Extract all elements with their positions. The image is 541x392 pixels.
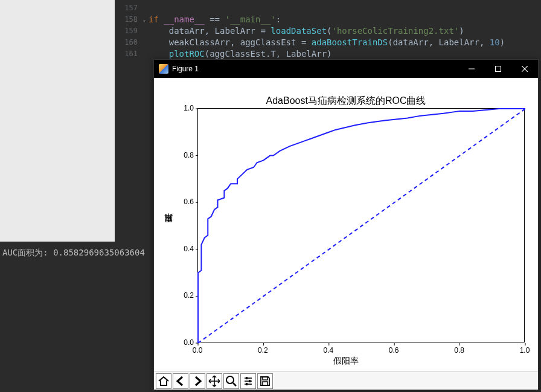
back-icon [174,374,187,388]
back-button[interactable] [173,373,188,389]
figure-window[interactable]: Figure 1 AdaBoost马疝病检测系统的ROC曲线 真阳率 假阳率 0… [153,59,539,390]
figure-canvas: AdaBoost马疝病检测系统的ROC曲线 真阳率 假阳率 0.00.20.40… [154,78,538,371]
fold-icon[interactable]: ▾ [142,15,146,27]
pan-icon [208,374,221,388]
y-tick-label: 0.6 [179,198,194,206]
forward-button[interactable] [190,373,205,389]
svg-rect-24 [263,377,267,380]
y-tick-label: 0.0 [179,338,194,347]
x-tick-label: 0.8 [454,346,464,355]
forward-icon [191,374,204,388]
zoom-icon [225,374,238,388]
pan-button[interactable] [206,373,222,389]
x-tick-label: 0.6 [389,346,399,355]
x-axis-label: 假阳率 [154,356,538,367]
svg-rect-21 [246,377,248,379]
svg-line-17 [233,383,236,386]
save-icon [258,374,272,388]
svg-rect-22 [249,380,251,382]
line-gutter: 157158▾159160161 [115,0,141,60]
svg-rect-1 [496,66,501,72]
matplotlib-icon [159,64,168,74]
project-sidebar [0,0,115,242]
svg-rect-25 [263,382,267,385]
maximize-button[interactable] [485,60,511,78]
save-button[interactable] [257,373,273,389]
close-button[interactable] [511,60,538,78]
matplotlib-toolbar [154,371,538,390]
plot-area [197,108,525,342]
diagonal-line [198,109,525,343]
y-tick-label: 1.0 [179,104,194,112]
home-button[interactable] [156,373,171,389]
x-tick-label: 0.4 [323,346,333,355]
window-titlebar[interactable]: Figure 1 [154,60,538,78]
configure-icon [242,374,255,388]
x-tick-label: 1.0 [520,346,530,355]
window-title: Figure 1 [172,65,458,73]
home-icon [157,374,170,388]
y-tick-label: 0.4 [179,245,194,253]
chart-title: AdaBoost马疝病检测系统的ROC曲线 [154,95,538,108]
configure-button[interactable] [240,373,256,389]
y-tick-label: 0.8 [179,151,194,159]
x-tick-label: 0.2 [258,346,268,355]
y-tick-label: 0.2 [179,291,194,300]
x-tick-label: 0.0 [193,346,203,355]
auc-output: AUC面积为: 0.8582969635063604 [2,248,145,257]
svg-rect-23 [246,383,248,385]
code-content[interactable]: if __name__ == '__main__': dataArr, Labe… [149,2,505,60]
zoom-button[interactable] [223,373,239,389]
minimize-button[interactable] [458,60,485,78]
svg-point-16 [226,376,234,384]
